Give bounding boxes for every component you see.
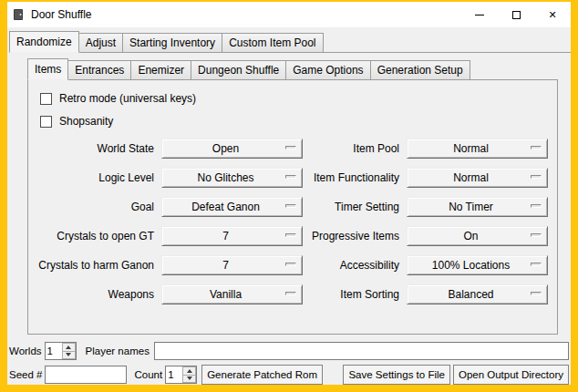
up-arrow-icon	[66, 346, 71, 349]
dropdown-indicator-icon	[531, 175, 542, 179]
tab-adjust[interactable]: Adjust	[78, 33, 123, 53]
spin-down-button[interactable]	[62, 351, 76, 360]
randomize-tab-bar: Items Entrances Enemizer Dungeon Shuffle…	[27, 58, 558, 80]
up-arrow-icon	[187, 369, 192, 373]
timer-setting-dropdown[interactable]: No Timer	[407, 197, 548, 217]
spinner-buttons	[182, 366, 196, 383]
save-settings-button[interactable]: Save Settings to File	[343, 365, 449, 385]
dropdown-value: No Glitches	[197, 171, 266, 184]
dropdown-indicator-icon	[285, 175, 296, 179]
tab-game-options[interactable]: Game Options	[285, 60, 370, 80]
app-window: Door Shuffle ✕ Randomize Adjust Starting…	[0, 0, 578, 392]
titlebar: Door Shuffle ✕	[7, 2, 571, 27]
seed-label: Seed #	[9, 369, 42, 380]
down-arrow-icon	[66, 353, 71, 356]
accessibility-label: Accessibility	[308, 259, 401, 272]
app-icon	[11, 7, 26, 22]
goal-label: Goal	[36, 201, 156, 213]
crystals-gt-label: Crystals to open GT	[36, 230, 156, 242]
world-state-dropdown[interactable]: Open	[161, 139, 303, 159]
tab-generation-setup[interactable]: Generation Setup	[370, 60, 470, 80]
dropdown-value: Open	[212, 142, 252, 155]
tab-enemizer[interactable]: Enemizer	[130, 60, 191, 80]
maximize-button[interactable]	[498, 2, 534, 27]
dropdown-indicator-icon	[285, 233, 296, 237]
dropdown-value: On	[463, 230, 490, 242]
logic-level-dropdown[interactable]: No Glitches	[161, 168, 303, 188]
worlds-input[interactable]	[46, 343, 62, 359]
bottom-bar: Worlds Player names Seed # Count	[7, 335, 571, 385]
item-functionality-label: Item Functionality	[308, 171, 401, 184]
dropdown-value: Vanilla	[210, 288, 254, 301]
accessibility-dropdown[interactable]: 100% Locations	[407, 255, 548, 275]
dropdown-indicator-icon	[285, 263, 296, 266]
world-state-label: World State	[36, 142, 156, 155]
dropdown-value: Normal	[453, 142, 501, 155]
open-output-directory-button[interactable]: Open Output Directory	[453, 365, 569, 385]
tab-entrances[interactable]: Entrances	[67, 60, 131, 80]
dropdown-value: No Timer	[449, 201, 506, 213]
count-input[interactable]	[166, 366, 182, 383]
shopsanity-label: Shopsanity	[59, 115, 113, 128]
close-button[interactable]: ✕	[534, 2, 571, 27]
minimize-icon	[475, 15, 484, 15]
items-panel: Retro mode (universal keys) Shopsanity W…	[27, 80, 558, 335]
window-controls: ✕	[461, 2, 571, 27]
weapons-dropdown[interactable]: Vanilla	[161, 284, 303, 304]
settings-grid: World State Open Item Pool Normal Logic …	[36, 139, 550, 304]
logic-level-label: Logic Level	[36, 171, 156, 184]
close-icon: ✕	[548, 10, 556, 20]
worlds-spinner[interactable]	[45, 342, 77, 360]
worlds-row: Worlds Player names	[9, 342, 569, 360]
item-sorting-dropdown[interactable]: Balanced	[407, 284, 548, 304]
spin-down-button[interactable]	[182, 375, 196, 384]
retro-mode-checkbox[interactable]: Retro mode (universal keys)	[40, 92, 550, 105]
window-title: Door Shuffle	[31, 8, 92, 21]
tab-items[interactable]: Items	[27, 58, 68, 80]
dropdown-indicator-icon	[531, 204, 542, 208]
dropdown-value: Defeat Ganon	[191, 201, 273, 213]
dropdown-value: Normal	[453, 171, 501, 184]
weapons-label: Weapons	[36, 288, 156, 301]
tab-dungeon-shuffle[interactable]: Dungeon Shuffle	[191, 60, 286, 80]
count-spinner[interactable]	[165, 366, 197, 384]
dropdown-indicator-icon	[531, 233, 542, 237]
player-names-input[interactable]	[154, 342, 569, 360]
item-functionality-dropdown[interactable]: Normal	[407, 168, 548, 188]
dropdown-value: 7	[222, 230, 242, 242]
crystals-ganon-dropdown[interactable]: 7	[161, 255, 303, 275]
dropdown-value: Balanced	[448, 288, 506, 301]
progressive-items-dropdown[interactable]: On	[407, 226, 548, 246]
tab-starting-inventory[interactable]: Starting Inventory	[122, 33, 222, 53]
count-label: Count	[134, 369, 162, 380]
minimize-button[interactable]	[461, 2, 498, 27]
randomize-panel: Items Entrances Enemizer Dungeon Shuffle…	[27, 58, 558, 335]
shopsanity-checkbox[interactable]: Shopsanity	[40, 115, 550, 128]
tab-randomize[interactable]: Randomize	[9, 31, 79, 53]
window-content: Randomize Adjust Starting Inventory Cust…	[7, 27, 571, 385]
down-arrow-icon	[187, 377, 192, 380]
crystals-ganon-label: Crystals to harm Ganon	[36, 259, 156, 272]
dropdown-indicator-icon	[531, 292, 542, 295]
checkbox-box[interactable]	[40, 116, 52, 128]
spinner-buttons	[62, 343, 76, 359]
dropdown-value: 7	[222, 259, 242, 272]
dropdown-indicator-icon	[285, 204, 296, 208]
timer-setting-label: Timer Setting	[308, 201, 401, 213]
tab-custom-item-pool[interactable]: Custom Item Pool	[222, 33, 323, 53]
dropdown-indicator-icon	[285, 292, 296, 295]
player-names-label: Player names	[86, 346, 150, 356]
progressive-items-label: Progressive Items	[308, 230, 401, 242]
dropdown-value: 100% Locations	[432, 259, 522, 272]
generate-patched-rom-button[interactable]: Generate Patched Rom	[201, 365, 323, 385]
retro-mode-label: Retro mode (universal keys)	[59, 92, 196, 105]
main-tab-bar: Randomize Adjust Starting Inventory Cust…	[9, 31, 571, 53]
worlds-label: Worlds	[9, 346, 42, 356]
goal-dropdown[interactable]: Defeat Ganon	[161, 197, 303, 217]
item-pool-label: Item Pool	[308, 142, 401, 155]
item-pool-dropdown[interactable]: Normal	[407, 139, 548, 159]
crystals-gt-dropdown[interactable]: 7	[161, 226, 303, 246]
seed-input[interactable]	[45, 366, 127, 384]
checkbox-box[interactable]	[40, 93, 52, 105]
item-sorting-label: Item Sorting	[308, 288, 401, 301]
